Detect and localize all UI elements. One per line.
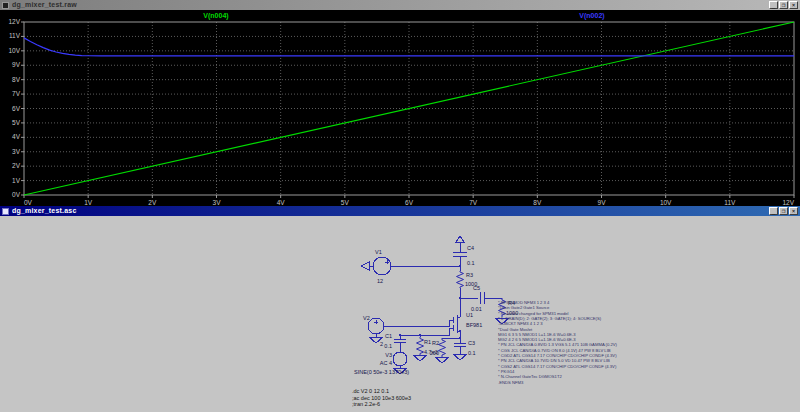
model-text-line: * 1: DRAIN(D); 2: GATE(2); 3: GATE(1); 4… (498, 316, 602, 321)
component-value: BF981 (466, 322, 482, 328)
capacitor-C4[interactable]: C4 0.1 (453, 245, 475, 266)
junction-dot (419, 334, 422, 337)
x-tick-label: 10V (660, 199, 672, 206)
waveform-window-controls: _ ❐ × (769, 1, 798, 9)
capacitor-C3[interactable]: C3 0.1 (453, 338, 476, 360)
ground-symbol (453, 354, 467, 360)
component-name: V2 (363, 315, 370, 321)
schematic-window-title: dg_mixer_test.asc (12, 206, 766, 216)
junction-dot (399, 334, 402, 337)
mosfet-U1[interactable]: U1 BF981 (453, 312, 482, 338)
y-tick-label: 0V (12, 191, 21, 198)
spice-directives[interactable]: .dc V2 0 12 0.1;ac dec 100 10e3 600e3;tr… (352, 388, 411, 407)
schematic-titlebar[interactable]: dg_mixer_test.asc _ ❐ × (0, 206, 800, 216)
component-name: V1 (375, 249, 382, 255)
y-tick-label: 7V (12, 90, 21, 97)
junction-dot (459, 265, 462, 268)
x-tick-label: 9V (598, 199, 607, 206)
model-text-line: * N-Channel GateTec DGMOS1T2 (498, 374, 562, 379)
trace-label-V(n004)[interactable]: V(n004) (203, 12, 228, 20)
spice-directive-line[interactable]: .dc V2 0 12 0.1 (352, 388, 389, 394)
y-tick-label: 3V (12, 148, 21, 155)
y-tick-label: 1V (12, 177, 21, 184)
resistor-R1[interactable]: R1 4.7e3 (413, 335, 438, 361)
x-tick-label: 0V (24, 199, 33, 206)
component-value: 2 (380, 341, 383, 347)
waveform-titlebar[interactable]: dg_mixer_test.raw _ ❐ × (0, 0, 800, 10)
x-tick-label: 8V (533, 199, 542, 206)
component-value: 0.1 (468, 350, 476, 356)
y-tick-label: 11V (9, 32, 21, 39)
restore-icon[interactable]: ❐ (779, 207, 788, 215)
net-flag-top[interactable] (456, 236, 464, 250)
close-icon[interactable]: × (789, 207, 798, 215)
schematic-canvas[interactable]: C4 0.1 V1 12 R3 1000 C5 0.01 (0, 216, 800, 412)
model-text-line: * BF981MOD NFM3 1 2 3 4 (498, 300, 550, 305)
y-tick-label: 4V (12, 133, 21, 140)
y-tick-label: 10V (8, 47, 20, 54)
component-name: C5 (473, 285, 480, 291)
component-value: 12 (377, 278, 383, 284)
model-comment-block[interactable]: * BF981MOD NFM3 1 2 3 4*Drain Gate2 Gate… (498, 300, 618, 385)
waveform-window[interactable]: dg_mixer_test.raw _ ❐ × 0V1V2V3V4V5V6V7V… (0, 0, 800, 207)
close-icon[interactable]: × (789, 1, 798, 9)
model-text-line: *Drain Gate2 Gate1 Source (498, 305, 550, 310)
x-tick-label: 5V (341, 199, 350, 206)
component-name: R2 (432, 340, 439, 346)
x-tick-label: 1V (84, 199, 93, 206)
x-tick-label: 11V (724, 199, 736, 206)
component-name: C1 (385, 333, 392, 339)
minimize-icon[interactable]: _ (769, 1, 778, 9)
wire-gate2[interactable] (384, 320, 453, 326)
wire-gate1[interactable] (400, 328, 453, 335)
component-value: 0.1 (384, 343, 392, 349)
spice-directive-line[interactable]: ;ac dec 100 10e3 600e3 (352, 395, 411, 401)
component-name: C4 (467, 245, 474, 251)
waveform-window-title: dg_mixer_test.raw (12, 0, 766, 10)
model-text-line: * CGS JCL CAN/DIA 0.7V/D ON 8.0 (4.1V) 4… (498, 348, 611, 353)
model-text-line: * PN JCL CAN/DIA 0.8V/D 1.3 VGS 5.1 471 … (498, 342, 618, 347)
y-tick-label: 2V (12, 162, 21, 169)
schematic-window-icon (2, 208, 9, 215)
ground-symbol (435, 357, 449, 363)
component-name: U1 (466, 312, 473, 318)
resistor-R2[interactable]: R2 200 (430, 338, 449, 363)
model-text-line: * PN JCL CAN/DIA 10.7V/D DN 5.0 VD 10.47… (498, 358, 610, 363)
model-text-line: * Pin order changed for SPM31 model (498, 311, 569, 316)
voltage-source-V1[interactable]: V1 12 (361, 249, 391, 284)
component-value: AC 4 (380, 360, 392, 366)
waveform-plot-pane[interactable]: 0V1V2V3V4V5V6V7V8V9V10V11V12V0V1V2V3V4V5… (0, 10, 800, 206)
x-tick-label: 2V (148, 199, 157, 206)
component-name: C3 (468, 340, 475, 346)
component-value: 0.1 (467, 260, 475, 266)
x-tick-label: 4V (277, 199, 286, 206)
model-text-line: MG1 6 3 5 5 NMOD1 L=1.1E-6 W=0.6E-3 (498, 332, 576, 337)
schematic-window[interactable]: dg_mixer_test.asc _ ❐ × C4 0.1 V1 12 (0, 206, 800, 412)
model-text-line: * CGD2 ATL CGS14 7.17 CON/CHIP CDO/CHIP … (498, 353, 617, 358)
schematic-window-controls: _ ❐ × (769, 207, 798, 215)
model-text-line: *Dual Gate Mosfet (498, 327, 533, 332)
waveform-window-icon (2, 2, 9, 9)
x-tick-label: 7V (469, 199, 478, 206)
model-text-line: .SUBCKT NFM3 4 1 2 3 (498, 321, 543, 326)
y-tick-label: 9V (12, 61, 21, 68)
voltage-source-V3[interactable]: V3 AC 4 SINE(0 50e-3 1370e3) (354, 352, 409, 375)
trace-label-V(n002)[interactable]: V(n002) (579, 12, 604, 20)
restore-icon[interactable]: ❐ (779, 1, 788, 9)
voltage-source-V2[interactable]: V2 2 (363, 315, 384, 347)
capacitor-C1[interactable]: C1 0.1 (384, 333, 406, 352)
capacitor-C5[interactable]: C5 0.01 (460, 285, 502, 312)
component-value2: SINE(0 50e-3 1370e3) (354, 369, 409, 375)
spice-directive-line[interactable]: ;tran 2.2e-6 (352, 401, 380, 407)
model-text-line: .ENDS NFM3 (498, 380, 524, 385)
y-tick-label: 8V (12, 76, 21, 83)
junction-dot (459, 337, 462, 340)
source-arrow (458, 330, 461, 333)
minimize-icon[interactable]: _ (769, 207, 778, 215)
component-name: R1 (424, 339, 431, 345)
x-axis-ticks: 0V1V2V3V4V5V6V7V8V9V10V11V12V (24, 195, 795, 206)
junction-dot (459, 297, 462, 300)
net-flag-left (361, 262, 369, 270)
x-tick-label: 6V (405, 199, 414, 206)
model-text-line: MG2 4 2 6 5 NMOD1 L=1.1E-6 W=0.6E-3 (498, 337, 576, 342)
